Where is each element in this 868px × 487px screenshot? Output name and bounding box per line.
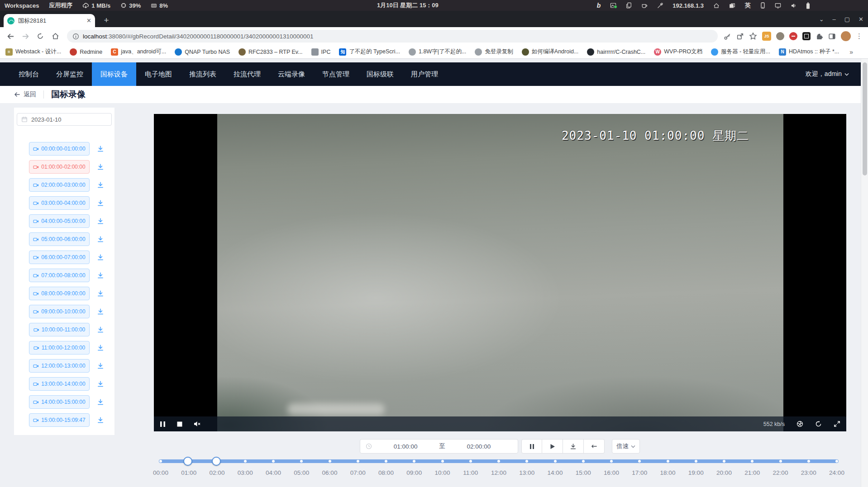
nav-tab-5[interactable]: 拉流代理 [225, 62, 269, 86]
segment-download-button[interactable] [97, 181, 104, 189]
segment-time-button[interactable]: 12:00:00-13:00:00 [29, 359, 90, 373]
segment-download-button[interactable] [97, 380, 104, 388]
home-icon[interactable] [49, 30, 61, 42]
segment-download-button[interactable] [97, 326, 104, 333]
segment-download-button[interactable] [97, 163, 104, 170]
page-scrollbar[interactable] [861, 59, 868, 487]
applications-menu[interactable]: 应用程序 [49, 1, 72, 9]
segment-download-button[interactable] [97, 398, 104, 406]
nav-tab-0[interactable]: 控制台 [10, 62, 48, 86]
nav-tab-1[interactable]: 分屏监控 [48, 62, 92, 86]
date-picker-input[interactable]: 2023-01-10 [17, 113, 112, 126]
extension-icon-blocker[interactable] [789, 32, 797, 40]
timeline-slider[interactable]: 00:0001:0002:0003:0004:0005:0006:0007:00… [154, 455, 846, 487]
home-tray-icon[interactable] [713, 3, 720, 9]
segment-time-button[interactable]: 07:00:00-08:00:00 [29, 269, 90, 282]
site-info-icon[interactable] [72, 33, 79, 40]
segment-download-button[interactable] [97, 254, 104, 261]
side-panel-icon[interactable] [828, 33, 836, 40]
bing-tray-icon[interactable]: b [597, 2, 601, 9]
bookmark-item[interactable]: Cjava、android可... [111, 48, 166, 56]
segment-download-button[interactable] [97, 308, 104, 315]
bookmark-item[interactable]: QNAP Turbo NAS [175, 48, 230, 56]
extension-icon-screenshot[interactable] [802, 32, 811, 40]
nav-tab-2-active[interactable]: 国标设备 [92, 62, 136, 86]
segment-time-button[interactable]: 04:00:00-05:00:00 [29, 214, 90, 228]
phone-tray-icon[interactable] [760, 2, 765, 9]
forward-icon[interactable] [19, 30, 31, 42]
pause-button[interactable] [521, 439, 542, 454]
js-extension-badge[interactable]: JS [762, 32, 771, 41]
segment-download-button[interactable] [97, 145, 104, 152]
display-tray-icon[interactable] [775, 3, 781, 9]
profile-avatar[interactable] [841, 31, 851, 41]
nav-tab-9[interactable]: 用户管理 [402, 62, 447, 86]
segment-download-button[interactable] [97, 416, 104, 424]
menu-kebab-icon[interactable]: ⋮ [856, 32, 863, 40]
bookmark-star-icon[interactable] [749, 32, 757, 40]
windows-stack-tray-icon[interactable] [729, 3, 735, 9]
refresh-icon[interactable] [815, 421, 822, 427]
bookmarks-overflow-chevron[interactable]: » [849, 48, 853, 56]
timeline-handle[interactable] [212, 457, 221, 466]
video-player[interactable]: 2023-01-10 01:00:00 星期二 552 kb/s [154, 114, 846, 431]
bookmark-item[interactable]: NHDAtmos :: 种子 *... [779, 48, 839, 56]
volume-tray-icon[interactable] [791, 3, 796, 9]
battery-tray-icon[interactable] [806, 2, 810, 9]
tab-close-icon[interactable]: ✕ [86, 17, 91, 24]
fullscreen-icon[interactable] [834, 421, 840, 427]
scrollbar-thumb[interactable] [863, 62, 867, 175]
segment-time-button[interactable]: 03:00:00-04:00:00 [29, 196, 90, 210]
segment-download-button[interactable] [97, 344, 104, 351]
nav-tab-7[interactable]: 节点管理 [314, 62, 358, 86]
maximize-button[interactable]: ▢ [844, 16, 850, 23]
share-icon[interactable] [736, 33, 744, 40]
download-button[interactable] [563, 439, 584, 454]
extension-icon-gray[interactable] [776, 32, 784, 40]
segment-download-button[interactable] [97, 272, 104, 279]
segment-time-button[interactable]: 09:00:00-10:00:00 [29, 305, 90, 318]
bookmark-item[interactable]: 1.8W字|了不起的... [409, 48, 466, 56]
seek-back-button[interactable] [584, 439, 605, 454]
segment-time-button[interactable]: 15:00:00-15:09:47 [29, 413, 90, 427]
volume-muted-icon[interactable] [194, 421, 201, 427]
extensions-puzzle-icon[interactable] [816, 33, 823, 40]
bookmark-item[interactable]: 知了不起的 TypeScri... [339, 48, 400, 56]
password-key-icon[interactable] [724, 33, 731, 40]
play-button[interactable] [542, 439, 563, 454]
segment-time-button[interactable]: 14:00:00-15:00:00 [29, 395, 90, 409]
color-picker-tray-icon[interactable] [657, 3, 663, 9]
bookmark-item[interactable]: ≡Webstack - 设计... [5, 48, 61, 56]
bookmark-item[interactable]: WWVP-PRO文档 [654, 48, 702, 56]
minimize-button[interactable]: – [833, 16, 836, 23]
tab-search-icon[interactable]: ⌄ [819, 16, 824, 23]
clipboard-tray-icon[interactable] [626, 2, 632, 9]
segment-download-button[interactable] [97, 199, 104, 207]
input-method-indicator[interactable]: 英 [745, 1, 751, 9]
start-time-value[interactable]: 01:00:00 [372, 443, 439, 450]
segment-time-button[interactable]: 08:00:00-09:00:00 [29, 287, 90, 300]
segment-time-button[interactable]: 02:00:00-03:00:00 [29, 178, 90, 192]
browser-tab[interactable]: 国标28181 ✕ [4, 14, 95, 27]
nav-tab-3[interactable]: 电子地图 [136, 62, 181, 86]
bookmark-item[interactable]: 服务器 - 轻量应用... [711, 48, 770, 56]
nav-tab-8[interactable]: 国标级联 [358, 62, 402, 86]
nav-tab-6[interactable]: 云端录像 [269, 62, 314, 86]
segment-time-button[interactable]: 05:00:00-06:00:00 [29, 232, 90, 246]
playback-speed-dropdown[interactable]: 倍速 [612, 439, 640, 454]
end-time-value[interactable]: 02:00:00 [445, 443, 512, 450]
segment-download-button[interactable] [97, 217, 104, 225]
coffee-tray-icon[interactable] [641, 3, 648, 9]
bookmark-item[interactable]: hairrrrr/C-CrashC... [587, 48, 645, 56]
segment-time-button[interactable]: 11:00:00-12:00:00 [29, 341, 90, 355]
url-address-bar[interactable]: localhost:38080/#/gbRecordDetail/3402000… [67, 30, 718, 43]
timeline-handle[interactable] [183, 457, 192, 466]
reload-icon[interactable] [34, 30, 46, 42]
segment-download-button[interactable] [97, 236, 104, 243]
close-button[interactable]: ✕ [858, 16, 863, 23]
segment-time-button[interactable]: 13:00:00-14:00:00 [29, 377, 90, 391]
segment-time-button[interactable]: 01:00:00-02:00:00 [29, 160, 90, 174]
bookmark-item[interactable]: 免登录复制 [475, 48, 513, 56]
bookmark-item[interactable]: Redmine [70, 48, 102, 56]
segment-time-button[interactable]: 06:00:00-07:00:00 [29, 251, 90, 264]
